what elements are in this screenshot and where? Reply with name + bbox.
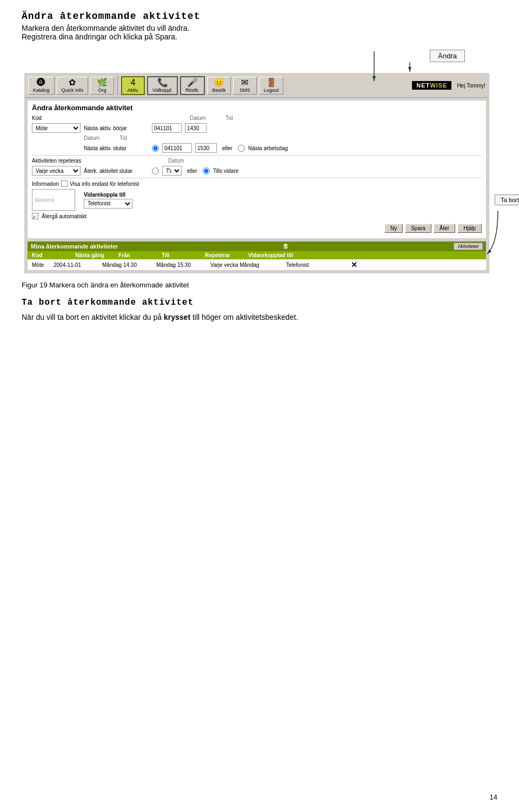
form-area: Ändra återkommande aktivitet Kod Datum T…: [27, 100, 487, 239]
td-nasta-gang: 2004-11-01: [51, 262, 100, 268]
vidarekoppla-header: Vidarekoppla till: [84, 192, 132, 198]
aktiv-icon: 4: [131, 78, 136, 87]
vidkoppl-btn[interactable]: 📞 Vidkoppl.: [147, 76, 178, 95]
information-label: Information: [32, 181, 59, 187]
tid-borjar-input[interactable]: [185, 123, 207, 133]
tid-slutar-input[interactable]: [195, 143, 217, 153]
ta-bort-label-box: Ta bort: [495, 194, 519, 205]
top-nav: 🅐 Katalog ✿ Quick Info 🌿 Org 4 Aktiv. 📞 …: [25, 73, 489, 98]
slutar-radio-1[interactable]: [152, 145, 159, 152]
datum-slutar-input[interactable]: [162, 143, 192, 153]
aktiviteter-icon: 🗓: [283, 243, 289, 250]
kod-select[interactable]: Möte: [32, 123, 81, 133]
page-number: 14: [490, 793, 497, 801]
subtitle1: Markera den återkommande aktivitet du vi…: [22, 24, 497, 41]
nav-separator-1: [117, 76, 118, 95]
quick-info-icon: ✿: [69, 78, 76, 87]
bottom-table-section: Mina återkommande aktiviteter 🗓 Aktivite…: [27, 241, 487, 271]
atergaautomatiskt-label: Återgå automatiskt: [42, 213, 86, 219]
tills-vidare-label: Tills vidare: [213, 168, 238, 174]
th-repeterar: Repeterar: [203, 252, 246, 258]
kod-header: Kod: [32, 115, 97, 121]
th-nasta-gang: Nästa gång: [73, 252, 116, 258]
aktiv-btn[interactable]: 4 Aktiv.: [121, 76, 145, 95]
form-header-row: Kod Datum Tid: [32, 115, 482, 121]
aktiviteter-button[interactable]: Aktiviteter: [454, 243, 483, 250]
org-icon: 🌿: [97, 78, 108, 87]
nasta-slutar-label: Nästa aktiv. slutar: [84, 145, 149, 151]
aterk-slutar-label: Återk. aktivitet slutar: [84, 168, 149, 174]
nasta-slutar-row: Datum Tid: [32, 135, 482, 141]
rostb-icon: 🎤: [187, 78, 198, 87]
quick-info-btn[interactable]: ✿ Quick Info: [57, 77, 89, 95]
info-row: Information Visa info endast för telefon…: [32, 180, 482, 187]
button-row: Ny Spara Åter Hjälp: [32, 222, 482, 235]
datum-label2: Datum: [84, 135, 116, 141]
nasta-borjar-label: Nästa aktiv. börjar: [84, 125, 149, 131]
table-header: Kod Nästa gång Från Till Repeterar Vidar…: [28, 251, 486, 259]
datum-header3: Datum: [168, 158, 201, 164]
delete-row-btn[interactable]: ✕: [349, 260, 360, 269]
table-title: Mina återkommande aktiviteter: [31, 243, 118, 250]
app-screenshot: 🅐 Katalog ✿ Quick Info 🌿 Org 4 Aktiv. 📞 …: [22, 73, 492, 273]
ny-button[interactable]: Ny: [384, 224, 403, 233]
td-repeterar: Varje vecka Måndag: [208, 262, 284, 268]
nasta-slutar-row2: Nästa aktiv. slutar eller Nästa arbetsda…: [32, 143, 482, 153]
andra-annotation-container: Ändra: [22, 50, 497, 62]
spara-button[interactable]: Spara: [405, 224, 431, 233]
td-kod: Möte: [30, 262, 51, 268]
logout-btn[interactable]: 🚪 Logout: [259, 77, 284, 95]
section2-title: Ta bort återkommande aktivitet: [22, 298, 497, 307]
bottom-title-bar: Mina återkommande aktiviteter 🗓 Aktivite…: [28, 241, 486, 251]
sms-icon: ✉: [241, 78, 248, 87]
markera-label: Markera: [35, 197, 55, 203]
nasta-arbetsdag-label: Nästa arbetsdag: [248, 145, 288, 151]
table-row[interactable]: Möte 2004-11-01 Måndag 14:30 Måndag 15:3…: [28, 259, 486, 270]
andra-arrow-svg: [356, 62, 464, 73]
org-btn[interactable]: 🌿 Org: [90, 77, 114, 95]
aterk-datum-select[interactable]: TV: [162, 166, 182, 176]
slutar-radio-2[interactable]: [238, 145, 245, 152]
markera-area[interactable]: Markera: [32, 189, 75, 211]
td-vidarekopplad: Telefonist: [284, 262, 349, 268]
nasta-borjar-row: Möte Nästa aktiv. börjar: [32, 123, 482, 133]
datum-header: Datum: [190, 115, 222, 121]
vidarekoppla-container: Markera Vidarekoppla till Telefonist Ta …: [32, 189, 482, 211]
td-fran: Måndag 14:30: [100, 262, 154, 268]
aterk-radio-1[interactable]: [152, 167, 159, 175]
katalog-btn[interactable]: 🅐 Katalog: [28, 77, 55, 95]
sms-btn[interactable]: ✉ SMS: [233, 77, 257, 95]
rostb-btn[interactable]: 🎤 Röstb.: [180, 76, 205, 95]
th-kod: Kod: [30, 252, 73, 258]
th-fran: Från: [116, 252, 159, 258]
aktiviteten-repeteras-label: Aktiviteten repeteras: [32, 158, 97, 164]
besok-btn[interactable]: 😐 Besök: [207, 77, 231, 95]
page-title: Ändra återkommande aktivitet: [22, 11, 497, 22]
besok-icon: 😐: [214, 78, 224, 87]
vidarekoppla-select[interactable]: Telefonist: [84, 199, 132, 209]
hjalp-button[interactable]: Hjälp: [457, 224, 482, 233]
divider-1: [32, 155, 482, 156]
repeteras-select[interactable]: Varje vecka: [32, 166, 81, 176]
eller-label2: eller: [185, 168, 199, 174]
repeteras-row: Varje vecka Återk. aktivitet slutar TV e…: [32, 166, 482, 176]
arrow-area: [22, 62, 497, 73]
eller-label: eller: [220, 145, 235, 151]
info-checkbox[interactable]: [61, 180, 68, 187]
repeteras-header-row: Aktiviteten repeteras Datum: [32, 158, 482, 164]
th-vidarekopplad: Vidarekopplad till: [246, 252, 295, 258]
th-till: Till: [159, 252, 203, 258]
netwise-logo: NETWISE: [412, 81, 451, 90]
section2-text: När du vill ta bort en aktivitet klickar…: [22, 312, 497, 323]
vidkoppl-icon: 📞: [157, 78, 168, 87]
atergaautomatiskt-checkbox[interactable]: [32, 213, 38, 219]
hej-tommy: Hej Tommy!: [457, 83, 485, 89]
katalog-icon: 🅐: [37, 78, 45, 87]
ater-button[interactable]: Åter: [434, 224, 455, 233]
vidarekoppla-section: Markera Vidarekoppla till Telefonist: [32, 189, 482, 211]
aterk-radio-2[interactable]: [203, 167, 210, 175]
visa-info-label: Visa info endast för telefonist: [70, 181, 139, 187]
vidarekoppla-group: Vidarekoppla till Telefonist: [84, 192, 132, 209]
datum-borjar-input[interactable]: [152, 123, 182, 133]
divider-2: [32, 178, 482, 178]
